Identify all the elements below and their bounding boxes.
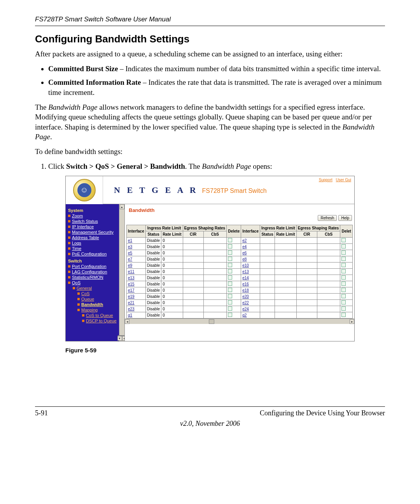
sidebar-item-cos-to-queue[interactable]: CoS to Queue <box>82 313 118 318</box>
delete-checkbox[interactable] <box>341 244 346 248</box>
header-links: Support User Gui <box>317 178 351 182</box>
interface-link[interactable]: g1 <box>128 313 132 317</box>
delete-checkbox[interactable] <box>341 275 346 280</box>
delete-checkbox[interactable] <box>228 288 232 292</box>
sidebar-item-bandwidth[interactable]: Bandwidth <box>77 302 118 307</box>
delete-checkbox[interactable] <box>228 313 232 317</box>
delete-checkbox[interactable] <box>228 269 232 273</box>
interface-link[interactable]: e14 <box>242 276 249 280</box>
interface-link[interactable]: e1 <box>128 238 132 243</box>
delete-checkbox[interactable] <box>341 263 346 267</box>
interface-link[interactable]: e8 <box>242 257 247 261</box>
interface-link[interactable]: e18 <box>242 288 249 292</box>
interface-link[interactable]: e13 <box>242 270 249 274</box>
hscroll-track[interactable] <box>130 319 350 324</box>
horizontal-scrollbar[interactable]: ◂ ▸ <box>125 318 354 324</box>
sidebar-item-cos[interactable]: CoS <box>77 291 118 296</box>
interface-link[interactable]: e24 <box>242 307 249 311</box>
interface-link[interactable]: e22 <box>242 301 249 305</box>
status-cell <box>260 312 275 318</box>
scroll-up-icon[interactable]: ▴ <box>120 205 124 209</box>
interface-link[interactable]: e16 <box>242 282 249 286</box>
sidebar-item-qos[interactable]: QoS <box>68 280 118 285</box>
th-interface-r: Interface <box>241 225 260 238</box>
interface-link[interactable]: g2 <box>242 313 247 317</box>
delete-checkbox[interactable] <box>341 250 346 255</box>
delete-checkbox[interactable] <box>341 313 346 317</box>
delete-checkbox[interactable] <box>341 269 346 273</box>
rate-cell <box>275 294 296 300</box>
sidebar-item-general[interactable]: General <box>73 286 118 290</box>
delete-checkbox[interactable] <box>341 257 346 261</box>
delete-checkbox[interactable] <box>341 300 346 304</box>
text: opens: <box>251 162 272 170</box>
sidebar-scrollbar[interactable]: ▴ ▾ ◂ <box>119 204 124 341</box>
hscroll-right-icon[interactable]: ▸ <box>350 319 354 324</box>
cir-cell <box>296 262 317 269</box>
delete-checkbox[interactable] <box>228 275 232 280</box>
interface-link[interactable]: e19 <box>128 294 135 299</box>
delete-checkbox[interactable] <box>228 238 232 242</box>
th-ingress-r: Ingress Rate Limit <box>260 225 296 231</box>
sidebar-item-port-config[interactable]: Port Configuration <box>68 264 118 269</box>
delete-checkbox[interactable] <box>228 282 232 286</box>
delete-cell <box>340 275 353 281</box>
user-guide-link[interactable]: User Gui <box>336 178 351 182</box>
scroll-left-icon[interactable]: ◂ <box>122 336 125 341</box>
sidebar-item-time[interactable]: Time <box>68 246 118 251</box>
help-button[interactable]: Help <box>338 215 352 221</box>
sidebar-item-dscp-to-queue[interactable]: DSCP to Queue <box>82 318 118 323</box>
support-link[interactable]: Support <box>319 178 332 182</box>
sidebar-item-mapping[interactable]: Mapping <box>77 308 118 312</box>
cir-cell <box>296 300 317 306</box>
delete-checkbox[interactable] <box>228 257 232 261</box>
sidebar-label: Address Table <box>72 235 99 240</box>
interface-link[interactable]: e11 <box>128 270 135 274</box>
delete-checkbox[interactable] <box>228 250 232 255</box>
interface-link[interactable]: e7 <box>128 257 132 261</box>
sidebar-item-logs[interactable]: Logs <box>68 241 118 245</box>
cir-cell <box>183 294 203 300</box>
sidebar-item-queue[interactable]: Queue <box>77 297 118 301</box>
interface-link[interactable]: e17 <box>128 288 135 292</box>
sidebar-item-mgmt-security[interactable]: Management Security <box>68 230 118 234</box>
interface-link[interactable]: e2 <box>242 238 247 243</box>
sidebar-item-lag-config[interactable]: LAG Configuration <box>68 270 118 274</box>
delete-checkbox[interactable] <box>341 282 346 286</box>
cbs-cell <box>317 275 340 281</box>
delete-checkbox[interactable] <box>228 263 232 267</box>
sidebar-item-zoom[interactable]: Zoom <box>68 214 118 218</box>
sidebar-item-switch-status[interactable]: Switch Status <box>68 219 118 224</box>
interface-link[interactable]: e6 <box>242 251 247 255</box>
delete-checkbox[interactable] <box>341 306 346 311</box>
delete-checkbox[interactable] <box>228 306 232 311</box>
interface-link[interactable]: e21 <box>128 301 135 305</box>
sidebar-item-poe-config[interactable]: PoE Configuration <box>68 252 118 256</box>
sidebar-item-address-table[interactable]: Address Table <box>68 235 118 240</box>
delete-checkbox[interactable] <box>341 238 346 242</box>
interface-link[interactable]: e4 <box>242 245 247 249</box>
interface-link[interactable]: e10 <box>242 263 249 268</box>
delete-checkbox[interactable] <box>228 244 232 248</box>
interface-link[interactable]: e13 <box>128 276 135 280</box>
interface-link[interactable]: e20 <box>242 294 249 299</box>
sidebar-item-statistics-rmon[interactable]: Statistics/RMON <box>68 275 118 280</box>
sidebar-item-ip-interface[interactable]: IP Interface <box>68 224 118 229</box>
hscroll-left-icon[interactable]: ◂ <box>125 319 130 324</box>
interface-link[interactable]: e3 <box>128 245 132 249</box>
interface-link[interactable]: e9 <box>128 263 132 268</box>
bullet-term: Committed Information Rate <box>48 78 141 86</box>
delete-checkbox[interactable] <box>228 300 232 304</box>
interface-link[interactable]: e5 <box>128 251 132 255</box>
interface-link[interactable]: e23 <box>128 307 135 311</box>
delete-checkbox[interactable] <box>341 294 346 298</box>
interface-link[interactable]: e15 <box>128 282 135 286</box>
table-row: e23Disable0e24 <box>127 306 353 312</box>
delete-checkbox[interactable] <box>228 294 232 298</box>
cbs-cell <box>203 256 226 262</box>
cir-cell <box>296 256 317 262</box>
hscroll-thumb[interactable] <box>209 319 214 324</box>
delete-checkbox[interactable] <box>341 288 346 292</box>
scroll-down-icon[interactable]: ▾ <box>117 336 122 341</box>
refresh-button[interactable]: Refresh <box>318 215 337 221</box>
